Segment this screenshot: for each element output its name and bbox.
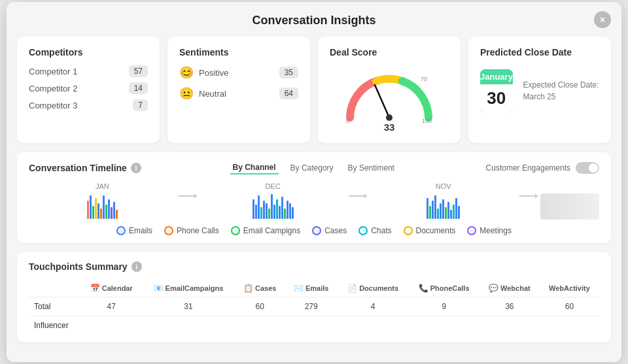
cases-dot [312,226,321,235]
row-total-documents: 4 [338,297,409,316]
month-dec: DEC [200,182,347,219]
row-total-phone-calls: 9 [408,297,480,316]
competitor-row-1: Competitor 1 57 [29,65,148,77]
competitor-row-3: Competitor 3 7 [29,99,148,111]
tab-group: By Channel By Category By Sentiment [230,161,397,174]
chats-label: Chats [371,226,391,235]
legend-chats: Chats [358,226,391,235]
gauge-container: 0 100 70 33 [330,65,449,133]
timeline-info-icon: i [131,163,141,173]
svg-text:0: 0 [346,118,349,124]
legend-cases: Cases [312,226,347,235]
competitor-1-value: 57 [129,65,148,77]
deal-score-title: Deal Score [330,47,449,58]
documents-dot [404,226,413,235]
tab-by-sentiment[interactable]: By Sentiment [345,161,397,174]
sentiments-title: Sentiments [179,47,298,58]
email-campaigns-label: Email Campigns [243,226,300,235]
predicted-close-inner: January 30 Expected Close Date: March 25 [480,69,599,112]
gauge-svg: 0 100 70 [337,65,442,124]
positive-emoji: 😊 [179,65,194,80]
timeline-section: Conversation Timeline i By Channel By Ca… [17,152,611,243]
row-influencer-phone-calls [408,316,480,335]
th-calendar: 📅Calendar [80,280,142,297]
svg-text:100: 100 [422,118,432,124]
deal-score-value: 33 [384,122,395,133]
timeline-title: Conversation Timeline i [29,163,141,173]
month-nov: NOV [370,182,517,219]
th-cases: 📋Cases [235,280,285,297]
sentiment-row-neutral: 😐 Neutral 64 [179,86,298,101]
dec-bars [200,193,347,219]
tab-by-channel[interactable]: By Channel [230,161,279,174]
modal-title: Conversation Insights [252,14,375,27]
connector-nov-end [517,195,540,197]
modal: Conversation Insights × Competitors Comp… [7,2,621,362]
neutral-value: 64 [279,88,298,99]
positive-label: Positive [199,68,229,78]
engagements-toggle[interactable] [576,162,599,174]
legend-documents: Documents [404,226,456,235]
legend-emails: Emails [116,226,152,235]
touchpoints-title: Touchpoints Summary i [29,261,599,272]
cards-row: Competitors Competitor 1 57 Competitor 2… [17,37,611,143]
legend-meetings: Meetings [467,226,512,235]
expected-close-label: Expected Close Date: March 25 [523,79,600,103]
touchpoints-section: Touchpoints Summary i 📅Calendar 📧EmailCa… [17,252,611,342]
th-emails: ✉️Emails [285,280,338,297]
th-email-campaigns: 📧EmailCampaigns [142,280,235,297]
competitors-title: Competitors [29,47,148,58]
row-influencer-webchat [480,316,540,335]
row-influencer-documents [338,316,409,335]
deal-score-card: Deal Score [318,37,461,143]
tab-by-category[interactable]: By Category [288,161,336,174]
neutral-emoji: 😐 [179,86,194,101]
modal-header: Conversation Insights × [7,2,621,37]
row-influencer-label: Influencer [29,316,80,335]
svg-text:70: 70 [421,76,427,82]
customer-engagements: Customer Engagements [486,162,599,174]
th-documents: 📄Documents [338,280,409,297]
close-button[interactable]: × [594,11,611,28]
svg-line-1 [375,85,389,118]
touchpoints-header-row: 📅Calendar 📧EmailCampaigns 📋Cases ✉️Email… [29,280,599,297]
month-jan: JAN [29,182,176,219]
customer-engagements-label: Customer Engagements [486,163,570,173]
row-influencer-calendar [80,316,142,335]
timeline-header: Conversation Timeline i By Channel By Ca… [29,161,599,174]
cases-label: Cases [324,226,347,235]
timeline-faded [540,193,599,220]
touchpoints-info-icon: i [131,261,142,272]
toggle-thumb [589,163,598,173]
competitor-1-name: Competitor 1 [29,67,77,76]
meetings-label: Meetings [480,226,512,235]
row-total-emails: 279 [285,297,338,316]
nov-bars [370,193,517,219]
legend-email-campaigns: Email Campigns [231,226,300,235]
touchpoints-table: 📅Calendar 📧EmailCampaigns 📋Cases ✉️Email… [29,280,599,335]
sentiments-card: Sentiments 😊 Positive 35 😐 Neutral 64 [167,37,310,143]
emails-dot [116,226,126,235]
jan-bars [29,193,176,219]
competitor-row-2: Competitor 2 14 [29,82,148,94]
calendar-day: 30 [480,84,513,112]
table-row: Total 47 31 60 279 4 9 36 60 [29,297,599,316]
calendar-month: January [480,69,513,84]
predicted-close-card: Predicted Close Date January 30 Expected… [468,37,611,143]
phone-calls-dot [164,226,173,235]
row-total-calendar: 47 [80,297,142,316]
row-total-label: Total [29,297,80,316]
connector-dec-nov [346,195,370,197]
month-nov-label: NOV [436,182,451,190]
row-influencer-cases [235,316,285,335]
th-empty [29,280,80,297]
neutral-label: Neutral [199,89,226,99]
month-jan-label: JAN [96,182,109,190]
email-campaigns-dot [231,226,240,235]
competitor-3-value: 7 [133,99,148,111]
row-total-web-activity: 60 [540,297,599,316]
row-influencer-emails [285,316,338,335]
competitors-card: Competitors Competitor 1 57 Competitor 2… [17,37,160,143]
timeline-months: JAN [29,182,599,220]
emails-label: Emails [129,226,152,235]
